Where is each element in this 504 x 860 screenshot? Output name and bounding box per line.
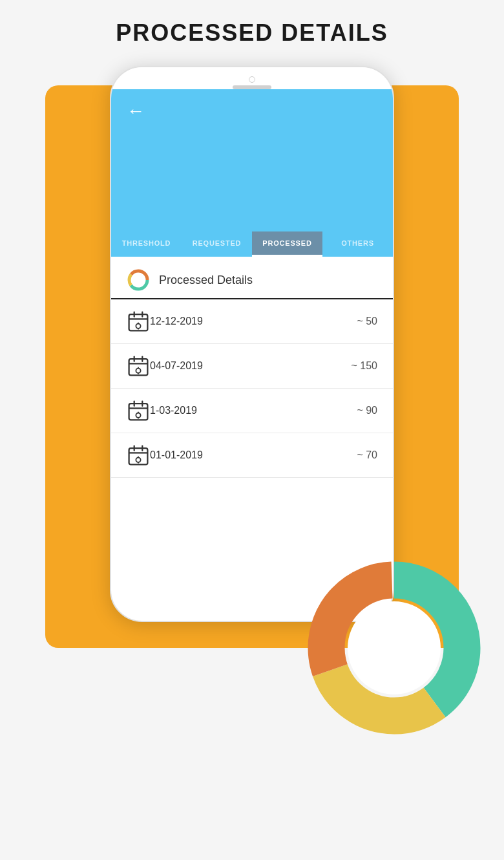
svg-point-29 (136, 458, 140, 462)
section-header: Processed Details (111, 257, 393, 299)
donut-icon (127, 268, 150, 292)
item-value-1: ~ 50 (357, 316, 377, 327)
svg-point-8 (136, 324, 140, 328)
tab-threshold[interactable]: THRESHOLD (111, 231, 182, 257)
phone-speaker (233, 85, 271, 89)
item-date-1: 12-12-2019 (150, 316, 357, 327)
phone-top (111, 67, 393, 89)
section-title: Processed Details (159, 274, 253, 287)
calendar-icon-1 (127, 310, 150, 333)
svg-point-3 (133, 275, 143, 285)
tab-others[interactable]: OTHERS (322, 231, 393, 257)
calendar-icon-4 (127, 444, 150, 467)
calendar-icon-3 (127, 399, 150, 422)
list-item: 1-03-2019 ~ 90 (111, 389, 393, 433)
item-value-4: ~ 70 (357, 449, 377, 461)
item-date-2: 04-07-2019 (150, 360, 352, 372)
tab-processed[interactable]: PROCESSED (252, 231, 322, 257)
item-date-4: 01-01-2019 (150, 449, 357, 461)
tab-bar: THRESHOLD REQUESTED PROCESSED OTHERS (111, 231, 393, 257)
item-value-3: ~ 90 (357, 405, 377, 416)
list-item: 12-12-2019 ~ 50 (111, 299, 393, 344)
list-item: 04-07-2019 ~ 150 (111, 344, 393, 389)
phone-header: ← (111, 89, 393, 231)
page-title: PROCESSED DETAILS (116, 19, 388, 47)
back-arrow-icon[interactable]: ← (127, 102, 145, 120)
item-value-2: ~ 150 (352, 360, 377, 372)
item-date-3: 1-03-2019 (150, 405, 357, 416)
scene-wrapper: ← THRESHOLD REQUESTED PROCESSED OTHERS P… (32, 66, 472, 713)
list-item: 01-01-2019 ~ 70 (111, 433, 393, 478)
svg-point-35 (348, 601, 441, 694)
svg-point-15 (136, 369, 140, 373)
svg-point-22 (136, 413, 140, 418)
tab-requested[interactable]: REQUESTED (182, 231, 252, 257)
phone-camera (249, 76, 255, 83)
donut-chart (297, 551, 491, 745)
phone-content: Processed Details 12-12-2019 ~ 50 (111, 257, 393, 478)
calendar-icon-2 (127, 354, 150, 378)
phone-shell: ← THRESHOLD REQUESTED PROCESSED OTHERS P… (110, 66, 394, 622)
